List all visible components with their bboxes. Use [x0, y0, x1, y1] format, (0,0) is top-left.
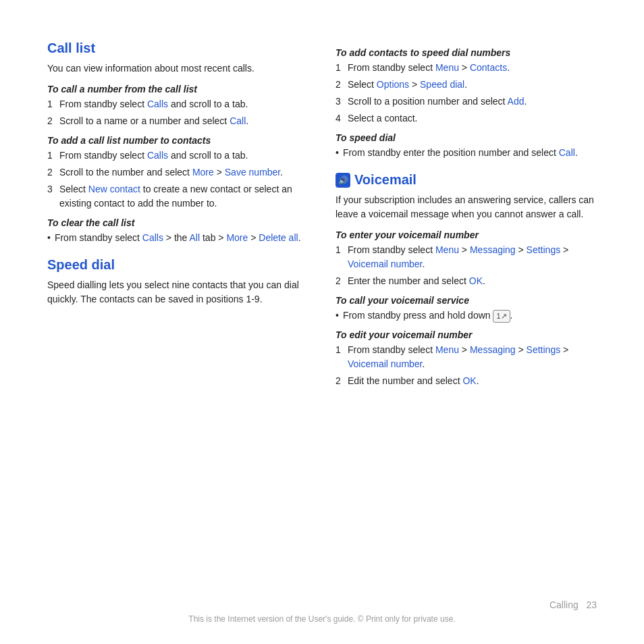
step-item: 1 From standby select Menu > Messaging >…: [336, 343, 597, 371]
calls-link-2[interactable]: Calls: [147, 150, 168, 161]
speed-dial-title: Speed dial: [47, 257, 308, 273]
bullet-item: • From standby enter the position number…: [336, 146, 597, 160]
delete-all-link[interactable]: Delete all: [259, 232, 298, 243]
voicemail-intro: If your subscription includes an answeri…: [336, 193, 597, 221]
footer-page-number: 23: [586, 599, 597, 610]
page: Call list You can view information about…: [0, 0, 644, 644]
right-column: To add contacts to speed dial numbers 1 …: [336, 41, 597, 395]
call-voicemail-steps: • From standby press and hold down 1↗.: [336, 308, 597, 323]
menu-link-3[interactable]: Menu: [435, 344, 459, 355]
add-call-list-steps: 1 From standby select Calls and scroll t…: [47, 149, 308, 211]
ok-link-2[interactable]: OK: [462, 375, 476, 386]
call-list-title: Call list: [47, 41, 308, 56]
sub-heading-clear-call-list: To clear the call list: [47, 217, 308, 228]
sub-heading-call-from-list: To call a number from the call list: [47, 84, 308, 95]
settings-link[interactable]: Settings: [527, 244, 561, 255]
step-item: 3 Select New contact to create a new con…: [47, 182, 308, 211]
left-column: Call list You can view information about…: [47, 41, 308, 395]
ok-link[interactable]: OK: [469, 275, 483, 286]
footer: Calling 23 This is the Internet version …: [0, 599, 644, 624]
more-link[interactable]: More: [192, 167, 214, 178]
edit-voicemail-steps: 1 From standby select Menu > Messaging >…: [336, 343, 597, 388]
menu-link-2[interactable]: Menu: [435, 244, 459, 255]
contacts-link[interactable]: Contacts: [470, 62, 507, 73]
more-link-2[interactable]: More: [226, 232, 248, 243]
step-item: 3 Scroll to a position number and select…: [336, 95, 597, 109]
all-link[interactable]: All: [190, 232, 200, 243]
speed-dial-link[interactable]: Speed dial: [420, 79, 464, 90]
calls-link-3[interactable]: Calls: [142, 232, 163, 243]
enter-voicemail-steps: 1 From standby select Menu > Messaging >…: [336, 243, 597, 288]
voicemail-icon: 🔊: [336, 173, 350, 188]
save-number-link[interactable]: Save number: [225, 167, 281, 178]
messaging-link-2[interactable]: Messaging: [470, 344, 516, 355]
footer-page: Calling 23: [0, 599, 644, 610]
sub-heading-add-speed-dial: To add contacts to speed dial numbers: [336, 47, 597, 58]
settings-link-2[interactable]: Settings: [527, 344, 561, 355]
sub-heading-speed-dial: To speed dial: [336, 132, 597, 143]
new-contact-link[interactable]: New contact: [88, 184, 140, 194]
step-item: 1 From standby select Menu > Contacts.: [336, 61, 597, 75]
bullet-item: • From standby select Calls > the All ta…: [47, 231, 308, 245]
sub-heading-call-voicemail: To call your voicemail service: [336, 295, 597, 306]
footer-page-label: Calling: [549, 599, 579, 610]
step-item: 2 Enter the number and select OK.: [336, 274, 597, 288]
call-link[interactable]: Call: [230, 115, 246, 126]
sub-heading-add-call-list: To add a call list number to contacts: [47, 135, 308, 146]
messaging-link[interactable]: Messaging: [470, 244, 516, 255]
bullet-item: • From standby press and hold down 1↗.: [336, 308, 597, 323]
calls-link[interactable]: Calls: [147, 99, 168, 109]
step-item: 1 From standby select Menu > Messaging >…: [336, 243, 597, 271]
two-column-layout: Call list You can view information about…: [47, 41, 597, 395]
clear-call-list-steps: • From standby select Calls > the All ta…: [47, 231, 308, 245]
add-speed-dial-steps: 1 From standby select Menu > Contacts. 2…: [336, 61, 597, 126]
call-link-2[interactable]: Call: [559, 147, 575, 158]
step-item: 2 Scroll to the number and select More >…: [47, 165, 308, 180]
sub-heading-enter-voicemail: To enter your voicemail number: [336, 230, 597, 240]
voicemail-number-link-2[interactable]: Voicemail number: [348, 358, 423, 369]
step-item: 4 Select a contact.: [336, 111, 597, 126]
menu-link[interactable]: Menu: [435, 62, 459, 73]
add-link[interactable]: Add: [508, 96, 525, 107]
call-list-intro: You can view information about most rece…: [47, 61, 308, 76]
step-item: 2 Edit the number and select OK.: [336, 374, 597, 388]
sub-heading-edit-voicemail: To edit your voicemail number: [336, 329, 597, 340]
step-item: 2 Scroll to a name or a number and selec…: [47, 114, 308, 128]
footer-note: This is the Internet version of the User…: [188, 614, 455, 624]
options-link[interactable]: Options: [377, 79, 409, 90]
key-1-icon: 1↗: [493, 310, 510, 323]
voicemail-number-link[interactable]: Voicemail number: [348, 259, 423, 269]
step-item: 2 Select Options > Speed dial.: [336, 78, 597, 92]
speed-dial-intro: Speed dialling lets you select nine cont…: [47, 278, 308, 306]
step-item: 1 From standby select Calls and scroll t…: [47, 97, 308, 111]
call-from-list-steps: 1 From standby select Calls and scroll t…: [47, 97, 308, 128]
voicemail-title: 🔊 Voicemail: [336, 172, 597, 188]
speed-dial-steps: • From standby enter the position number…: [336, 146, 597, 160]
step-item: 1 From standby select Calls and scroll t…: [47, 149, 308, 163]
